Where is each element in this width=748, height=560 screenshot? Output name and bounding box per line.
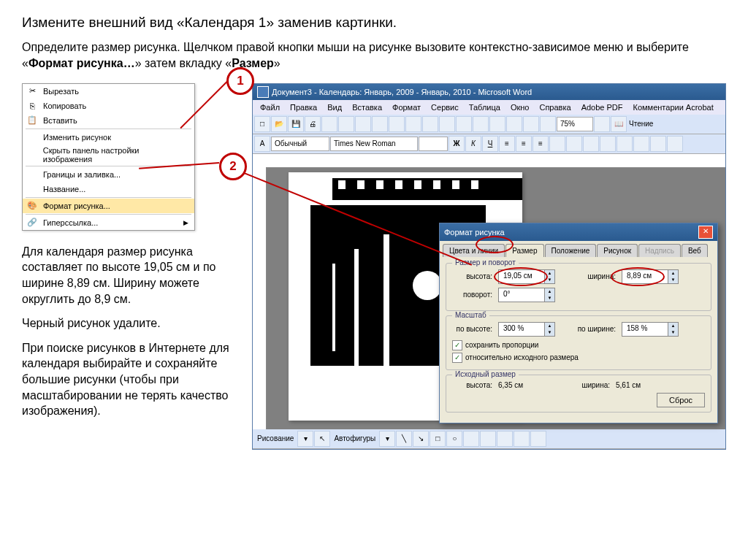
ctx-hide-panel[interactable]: Скрыть панель настройки изображения [23,145,194,165]
tb-btn[interactable] [439,116,455,132]
tb-btn[interactable] [617,136,633,152]
autoshapes-menu[interactable]: Автофигуры [331,434,378,442]
spin-down-icon[interactable]: ▼ [668,329,678,336]
draw-menu[interactable]: Рисование [254,434,297,442]
tb-btn[interactable] [650,136,666,152]
reading-button[interactable]: 📖 [611,116,627,132]
ctx-cut-label: Вырезать [43,87,79,96]
ctx-copy[interactable]: ⎘Копировать [23,99,194,113]
tb-btn[interactable] [530,431,546,447]
relative-checkbox[interactable]: ✓относительно исходного размера [452,353,705,363]
tb-btn[interactable] [389,116,405,132]
tab-text[interactable]: Надпись [638,244,681,257]
rotation-input[interactable]: 0°▲▼ [498,288,555,302]
ctx-borders[interactable]: Границы и заливка... [23,167,194,182]
lock-aspect-checkbox[interactable]: ✓сохранить пропорции [452,340,705,350]
relative-label: относительно исходного размера [465,353,579,361]
spin-up-icon[interactable]: ▲ [668,270,678,277]
word-window: Документ3 - Календарь: Январь, 2009 - Ян… [252,83,726,450]
ctx-paste[interactable]: 📋Вставить [23,113,194,128]
tb-btn[interactable] [506,116,522,132]
print-button[interactable]: 🖨 [305,116,321,132]
tb-btn[interactable] [489,116,505,132]
menu-tools[interactable]: Сервис [427,101,463,113]
save-button[interactable]: 💾 [288,116,304,132]
format-icon: 🎨 [26,200,39,212]
tb-btn[interactable] [405,116,421,132]
menu-table[interactable]: Таблица [465,101,505,113]
bold-button[interactable]: Ж [449,136,465,152]
tb-btn[interactable] [338,116,354,132]
tb-btn[interactable] [549,136,565,152]
tb-btn[interactable] [372,116,388,132]
ctx-edit-image[interactable]: Изменить рисунок [23,130,194,145]
tb-btn[interactable] [456,116,472,132]
tb-btn[interactable] [633,136,649,152]
separator [26,129,191,129]
ctx-format-picture[interactable]: 🎨Формат рисунка... [23,199,194,213]
tb-btn[interactable] [540,116,556,132]
page-subtitle: Определите размер рисунка. Щелчком право… [22,39,726,72]
tab-web[interactable]: Веб [682,244,708,257]
tb-btn[interactable] [463,431,479,447]
tb-btn[interactable]: ▾ [297,431,313,447]
underline-button[interactable]: Ч [482,136,498,152]
tb-btn[interactable] [473,116,489,132]
line-button[interactable]: ╲ [396,431,412,447]
spin-down-icon[interactable]: ▼ [668,277,678,283]
ctx-hyperlink[interactable]: 🔗Гиперссылка...▶ [23,215,194,230]
menu-file[interactable]: Файл [256,101,284,113]
style-select[interactable]: Обычный [271,137,329,151]
scale-w-input[interactable]: 158 %▲▼ [622,322,679,337]
rect-button[interactable]: □ [430,431,446,447]
spin-down-icon[interactable]: ▼ [544,295,554,302]
size-select[interactable] [419,137,448,151]
menu-window[interactable]: Окно [506,101,534,113]
menu-help[interactable]: Справка [535,101,575,113]
ctx-cut[interactable]: ✂Вырезать [23,84,194,99]
spin-up-icon[interactable]: ▲ [668,323,678,329]
tab-position[interactable]: Положение [545,244,597,257]
align-left-button[interactable]: ≡ [499,136,515,152]
tb-btn[interactable] [523,116,539,132]
select-button[interactable]: ↖ [314,431,330,447]
spin-down-icon[interactable]: ▼ [544,329,554,336]
tb-btn[interactable] [667,136,683,152]
ctx-caption[interactable]: Название... [23,182,194,196]
tb-btn[interactable] [594,116,610,132]
menu-insert[interactable]: Вставка [348,101,386,113]
aspect-label: сохранить пропорции [465,341,538,349]
tb-btn[interactable] [321,116,337,132]
italic-button[interactable]: К [465,136,481,152]
tb-btn[interactable] [600,136,616,152]
tb-btn[interactable] [583,136,599,152]
tb-btn[interactable] [566,136,582,152]
align-center-button[interactable]: ≡ [516,136,532,152]
tb-btn[interactable] [355,116,371,132]
font-select[interactable]: Times New Roman [330,137,418,151]
tb-btn[interactable] [480,431,496,447]
reset-button[interactable]: Сброс [657,393,705,407]
subtitle-mid: » затем вкладку « [135,57,232,69]
tb-btn[interactable] [497,431,513,447]
menu-acrobat[interactable]: Комментарии Acrobat [629,101,718,113]
menu-format[interactable]: Формат [388,101,425,113]
arrow-button[interactable]: ↘ [413,431,429,447]
new-button[interactable]: □ [254,116,270,132]
menu-edit[interactable]: Правка [286,101,321,113]
scale-h-input[interactable]: 300 %▲▼ [498,322,555,337]
tb-btn[interactable] [514,431,530,447]
open-button[interactable]: 📂 [271,116,287,132]
tab-picture[interactable]: Рисунок [597,244,638,257]
style-button[interactable]: A [254,136,270,152]
spin-up-icon[interactable]: ▲ [544,288,554,295]
menu-view[interactable]: Вид [323,101,346,113]
spin-up-icon[interactable]: ▲ [544,323,554,329]
close-button[interactable]: ✕ [698,226,713,239]
menu-adobe[interactable]: Adobe PDF [577,101,627,113]
oval-button[interactable]: ○ [446,431,462,447]
zoom-select[interactable]: 75% [557,117,593,131]
align-right-button[interactable]: ≡ [533,136,549,152]
tb-btn[interactable]: ▾ [379,431,395,447]
tb-btn[interactable] [422,116,438,132]
